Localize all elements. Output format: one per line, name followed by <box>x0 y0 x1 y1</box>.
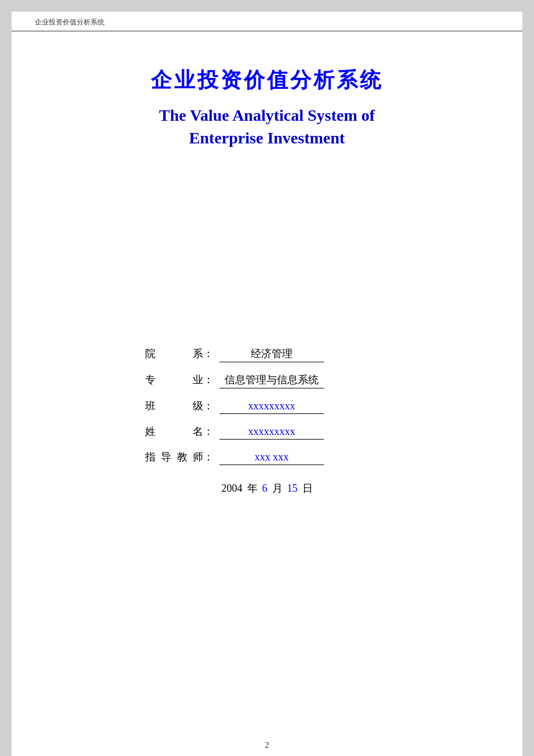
class-colon: ： <box>203 399 214 413</box>
chinese-title: 企业投资价值分析系统 <box>151 66 383 95</box>
advisor-colon: ： <box>203 450 214 464</box>
info-row-major: 专 业 ： 信息管理与信息系统 <box>145 373 389 388</box>
class-value: xxxxxxxxx <box>219 400 324 414</box>
document-page: 企业投资价值分析系统 企业投资价值分析系统 The Value Analytic… <box>12 12 522 756</box>
department-colon: ： <box>203 347 214 361</box>
major-colon: ： <box>203 373 214 387</box>
name-colon: ： <box>203 424 214 438</box>
english-title: The Value Analytical System of Enterpris… <box>159 104 375 149</box>
name-value: xxxxxxxxx <box>219 426 324 440</box>
main-content: 企业投资价值分析系统 The Value Analytical System o… <box>12 31 522 495</box>
info-row-department: 院 系 ： 经济管理 <box>145 347 389 362</box>
nian-label: 年 <box>247 481 258 495</box>
info-row-advisor: 指导教师 ： xxx xxx <box>145 450 389 465</box>
info-row-name: 姓 名 ： xxxxxxxxx <box>145 424 389 440</box>
yue-label: 月 <box>272 481 283 495</box>
major-label: 专 业 <box>145 373 203 387</box>
advisor-label: 指导教师 <box>145 450 203 464</box>
english-title-line1: The Value Analytical System of <box>159 104 375 127</box>
english-title-line2: Enterprise Investment <box>159 127 375 149</box>
department-value: 经济管理 <box>219 347 324 362</box>
year-label: 2004 <box>222 483 243 495</box>
info-section: 院 系 ： 经济管理 专 业 ： 信息管理与信息系统 班 级 ： xxxxxxx… <box>145 347 389 495</box>
day-value: 15 <box>287 483 298 495</box>
page-number: 2 <box>265 741 269 750</box>
ri-label: 日 <box>302 481 313 495</box>
advisor-value: xxx xxx <box>219 451 324 465</box>
date-row: 2004 年 6 月 15 日 <box>222 481 313 495</box>
major-value: 信息管理与信息系统 <box>219 373 324 388</box>
info-row-class: 班 级 ： xxxxxxxxx <box>145 399 389 414</box>
name-label: 姓 名 <box>145 424 203 438</box>
header-title: 企业投资价值分析系统 <box>35 17 104 27</box>
month-value: 6 <box>262 483 268 495</box>
department-label: 院 系 <box>145 347 203 361</box>
header-bar: 企业投资价值分析系统 <box>12 12 522 31</box>
class-label: 班 级 <box>145 399 203 413</box>
